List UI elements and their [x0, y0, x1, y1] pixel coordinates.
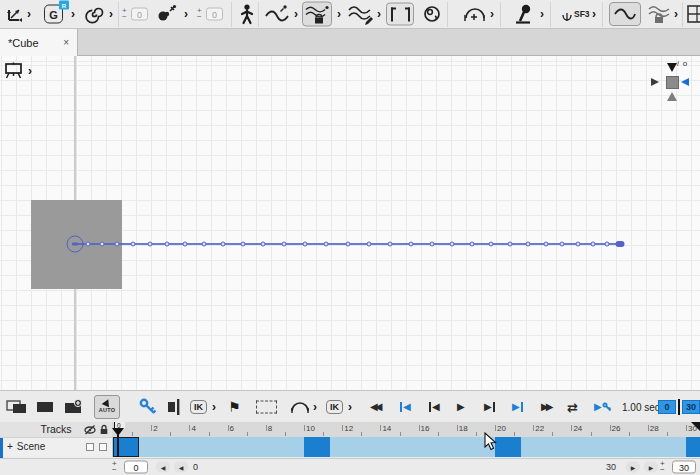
path-frame-dot[interactable]	[130, 242, 135, 247]
range-end-spinner[interactable]: +−	[660, 461, 665, 473]
chevron-down-icon[interactable]: ›	[592, 8, 596, 20]
path-frame-dot[interactable]	[469, 242, 474, 247]
keyframe-segment[interactable]	[686, 437, 700, 457]
ghost-add-icon[interactable]	[64, 399, 84, 415]
chevron-down-icon[interactable]: ›	[348, 401, 352, 413]
path-frame-dot[interactable]	[604, 242, 609, 247]
nav-arrow-up-icon[interactable]	[667, 92, 677, 101]
camera-tool-icon[interactable]	[421, 3, 443, 25]
viewport[interactable]: › io	[0, 56, 700, 390]
range-divider[interactable]	[678, 399, 680, 415]
jump-to-end-button[interactable]: ▶	[512, 402, 524, 412]
keyframe-segment[interactable]	[113, 437, 139, 457]
chevron-down-icon[interactable]: ›	[71, 8, 75, 20]
keyframe-marker-icon[interactable]	[166, 398, 182, 416]
path-frame-dot[interactable]	[345, 242, 350, 247]
chevron-down-icon[interactable]: ›	[540, 8, 544, 20]
chevron-down-icon[interactable]: ›	[313, 401, 317, 413]
path-frame-dot[interactable]	[72, 243, 78, 246]
scroll-right-button[interactable]: ▶	[626, 462, 640, 473]
rewind-button[interactable]: ◀◀	[370, 402, 379, 412]
ghost-previous-icon[interactable]	[6, 399, 28, 415]
point-dropper-tool-icon[interactable]	[155, 3, 179, 25]
range-end-field[interactable]: 30	[672, 461, 696, 474]
path-frame-dot[interactable]	[408, 242, 413, 247]
spiral-tool-icon[interactable]	[85, 3, 107, 25]
path-frame-dot[interactable]	[366, 242, 371, 247]
play-from-key-button[interactable]: ▶	[594, 402, 612, 412]
loop-button[interactable]: ⇄	[567, 399, 578, 414]
wave-lock-tool-icon[interactable]	[647, 4, 673, 24]
path-frame-dot[interactable]	[560, 242, 565, 247]
chevron-down-icon[interactable]: ›	[28, 65, 32, 77]
lock-icon[interactable]	[99, 424, 109, 435]
arc-interpolation-icon[interactable]	[290, 400, 310, 414]
path-frame-dot[interactable]	[100, 242, 105, 247]
chevron-down-icon[interactable]: ›	[294, 8, 298, 20]
path-frame-dot[interactable]	[147, 242, 152, 247]
path-frame-dot[interactable]	[221, 242, 226, 247]
curves-lock-tool-button[interactable]	[302, 2, 332, 27]
path-frame-dot[interactable]	[575, 242, 580, 247]
tab-cube[interactable]: *Cube ×	[0, 29, 78, 56]
scene-checkbox-2[interactable]	[99, 443, 107, 451]
curve-dropper-tool-icon[interactable]	[264, 3, 292, 25]
chevron-down-icon[interactable]: ›	[337, 8, 341, 20]
path-frame-dot[interactable]	[616, 241, 625, 247]
ik-button-2[interactable]: IK	[326, 400, 343, 414]
spinner-1-buttons[interactable]: +−	[122, 8, 127, 20]
chevron-down-icon[interactable]: ›	[184, 8, 188, 20]
path-frame-dot[interactable]	[543, 242, 548, 247]
path-frame-dot[interactable]	[201, 242, 206, 247]
path-frame-dot[interactable]	[241, 242, 246, 247]
path-frame-dot[interactable]	[508, 242, 513, 247]
keyframe-segment[interactable]	[304, 437, 330, 457]
spinner-2-buttons[interactable]: +−	[197, 8, 202, 20]
path-frame-dot[interactable]	[282, 242, 287, 247]
fast-forward-button[interactable]: ▶▶	[541, 402, 550, 412]
path-frame-dot[interactable]	[590, 242, 595, 247]
scroll-right-fast-button[interactable]: ▶	[644, 462, 658, 473]
path-frame-dot[interactable]	[450, 242, 455, 247]
transform-tool-icon[interactable]	[5, 4, 25, 24]
arc-add-tool-icon[interactable]	[463, 4, 487, 24]
chevron-down-icon[interactable]: ›	[490, 8, 494, 20]
preview-region-icon[interactable]	[256, 400, 277, 413]
sf3-tool-icon[interactable]: SF3	[562, 5, 590, 23]
path-frame-dot[interactable]	[526, 242, 531, 247]
nav-arrow-right-icon[interactable]	[651, 78, 659, 86]
keyframe-segment[interactable]	[495, 437, 521, 457]
timeline-ruler[interactable]: 24681012141618202224262830	[112, 422, 700, 437]
scene-expander[interactable]: +	[7, 441, 13, 452]
range-end-field[interactable]: 30	[682, 400, 700, 414]
curves-edit-tool-icon[interactable]	[347, 3, 375, 25]
path-frame-dot[interactable]	[303, 242, 308, 247]
path-frame-dot[interactable]	[324, 242, 329, 247]
chevron-down-icon[interactable]: ›	[212, 401, 216, 413]
flag-icon[interactable]: ⚑	[228, 400, 241, 414]
graph-tool-button[interactable]: G R	[44, 5, 63, 24]
chevron-down-icon[interactable]: ›	[27, 8, 31, 20]
nav-arrow-down-icon[interactable]	[667, 63, 677, 72]
path-frame-dot[interactable]	[429, 242, 434, 247]
chevron-down-icon[interactable]: ›	[109, 8, 113, 20]
previous-frame-button[interactable]: ◀	[428, 402, 440, 412]
scene-row-header[interactable]: + Scene	[0, 437, 112, 457]
scene-checkbox-1[interactable]	[86, 443, 94, 451]
ghost-current-icon[interactable]	[36, 400, 54, 414]
jump-to-start-button[interactable]: ◀	[399, 402, 411, 412]
tab-close-icon[interactable]: ×	[63, 37, 69, 48]
character-tool-icon[interactable]	[238, 3, 256, 25]
chevron-down-icon[interactable]: ›	[674, 8, 678, 20]
nav-arrow-left-icon[interactable]	[681, 78, 689, 86]
spinner-2-field[interactable]: 0	[206, 8, 223, 21]
path-frame-dot[interactable]	[261, 242, 266, 247]
path-frame-dot[interactable]	[387, 242, 392, 247]
range-start-field[interactable]: 0	[124, 461, 148, 474]
play-button[interactable]: ▶	[457, 402, 465, 412]
spinner-1-field[interactable]: 0	[131, 8, 148, 21]
path-frame-dot[interactable]	[489, 242, 494, 247]
path-frame-dot[interactable]	[164, 242, 169, 247]
eye-hidden-icon[interactable]	[84, 424, 96, 435]
path-frame-dot[interactable]	[115, 242, 120, 247]
